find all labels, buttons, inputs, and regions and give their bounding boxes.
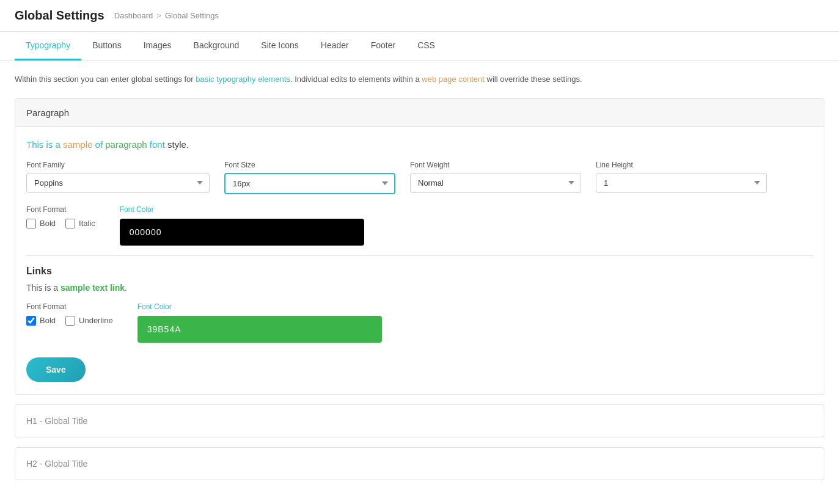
font-weight-label: Font Weight xyxy=(410,161,581,169)
links-format-label: Font Format xyxy=(26,302,113,311)
font-family-select[interactable]: Poppins Arial Georgia Helvetica Times Ne… xyxy=(26,173,210,193)
breadcrumb-current: Global Settings xyxy=(165,11,219,20)
paragraph-font-format: Font Format Bold Italic xyxy=(26,205,95,246)
font-size-select[interactable]: 10px 12px 14px 16px 18px 20px 24px xyxy=(224,173,395,194)
tab-background[interactable]: Background xyxy=(183,32,251,60)
para-italic-label: Italic xyxy=(79,219,95,228)
font-size-label: Font Size xyxy=(224,161,395,169)
paragraph-sample: This is a sample of paragraph font style… xyxy=(26,139,813,150)
links-checkbox-group: Bold Underline xyxy=(26,316,113,326)
links-underline-checkbox[interactable] xyxy=(65,316,75,326)
font-size-group: Font Size 10px 12px 14px 16px 18px 20px … xyxy=(224,161,395,194)
tab-typography[interactable]: Typography xyxy=(15,32,81,60)
links-underline-label: Underline xyxy=(79,316,113,325)
paragraph-body: This is a sample of paragraph font style… xyxy=(15,127,824,394)
paragraph-font-color: Font Color 000000 xyxy=(120,205,364,246)
tab-footer[interactable]: Footer xyxy=(360,32,406,60)
breadcrumb-dashboard: Dashboard xyxy=(114,11,153,20)
tab-buttons[interactable]: Buttons xyxy=(81,32,132,60)
links-bold-checkbox-item[interactable]: Bold xyxy=(26,316,56,326)
paragraph-section: Paragraph This is a sample of paragraph … xyxy=(15,98,824,395)
tabs-bar: Typography Buttons Images Background Sit… xyxy=(0,32,839,61)
links-sample: This is a sample text link. xyxy=(26,283,813,293)
links-font-color: Font Color 39B54A xyxy=(137,302,382,343)
para-color-label: Font Color xyxy=(120,205,364,214)
tab-images[interactable]: Images xyxy=(133,32,183,60)
links-color-label: Font Color xyxy=(137,302,382,311)
para-bold-checkbox[interactable] xyxy=(26,219,36,228)
tab-css[interactable]: CSS xyxy=(406,32,446,60)
content-area: Within this section you can enter global… xyxy=(0,61,839,504)
para-color-swatch[interactable]: 000000 xyxy=(120,219,364,246)
font-family-group: Font Family Poppins Arial Georgia Helvet… xyxy=(26,161,210,194)
font-family-label: Font Family xyxy=(26,161,210,169)
font-weight-group: Font Weight Normal Bold 400 700 xyxy=(410,161,581,194)
links-section: Links This is a sample text link. Font F… xyxy=(26,266,813,382)
section-divider xyxy=(26,255,813,256)
h2-header[interactable]: H2 - Global Title xyxy=(15,448,824,480)
para-italic-checkbox-item[interactable]: Italic xyxy=(65,219,95,228)
para-format-label: Font Format xyxy=(26,205,95,214)
line-height-select[interactable]: 1 1.2 1.4 1.5 1.6 1.8 2 xyxy=(596,173,767,193)
paragraph-format-color-row: Font Format Bold Italic Font Color xyxy=(26,205,813,246)
h1-header[interactable]: H1 - Global Title xyxy=(15,405,824,437)
h1-section: H1 - Global Title xyxy=(15,404,824,437)
paragraph-header: Paragraph xyxy=(15,99,824,127)
links-underline-checkbox-item[interactable]: Underline xyxy=(65,316,113,326)
font-weight-select[interactable]: Normal Bold 400 700 xyxy=(410,173,581,193)
line-height-label: Line Height xyxy=(596,161,767,169)
links-font-format: Font Format Bold Underline xyxy=(26,302,113,343)
links-format-color-row: Font Format Bold Underline xyxy=(26,302,813,343)
links-sample-link[interactable]: sample text link xyxy=(60,283,125,293)
breadcrumb: Dashboard > Global Settings xyxy=(114,11,219,20)
header-bar: Global Settings Dashboard > Global Setti… xyxy=(0,0,839,32)
font-props-row: Font Family Poppins Arial Georgia Helvet… xyxy=(26,161,813,194)
tab-site-icons[interactable]: Site Icons xyxy=(250,32,309,60)
desc-highlight-typography: basic typography elements xyxy=(196,75,290,84)
para-italic-checkbox[interactable] xyxy=(65,219,75,228)
links-bold-checkbox[interactable] xyxy=(26,316,36,326)
para-bold-checkbox-item[interactable]: Bold xyxy=(26,219,56,228)
links-color-swatch[interactable]: 39B54A xyxy=(137,316,382,343)
save-button[interactable]: Save xyxy=(26,357,86,382)
breadcrumb-separator: > xyxy=(156,11,161,20)
h2-section: H2 - Global Title xyxy=(15,447,824,480)
para-checkbox-group: Bold Italic xyxy=(26,219,95,228)
para-bold-label: Bold xyxy=(40,219,56,228)
links-title: Links xyxy=(26,266,813,277)
tab-header[interactable]: Header xyxy=(310,32,360,60)
line-height-group: Line Height 1 1.2 1.4 1.5 1.6 1.8 2 xyxy=(596,161,767,194)
description-text: Within this section you can enter global… xyxy=(15,73,824,86)
desc-highlight-web: web page content xyxy=(422,75,485,84)
links-bold-label: Bold xyxy=(40,316,56,325)
page-title: Global Settings xyxy=(15,9,104,23)
